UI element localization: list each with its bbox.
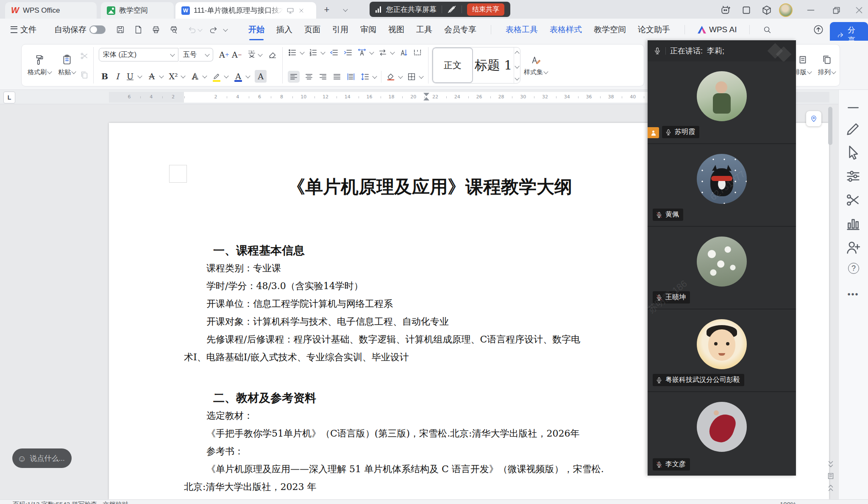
highlight-color-button[interactable]: [211, 70, 223, 83]
ai-assistant-icon[interactable]: [721, 5, 732, 16]
participant-tile[interactable]: 王赜坤: [648, 227, 796, 309]
undo-chevron-icon[interactable]: [198, 27, 202, 31]
minimize-window-icon[interactable]: [805, 5, 816, 16]
invite-person-icon[interactable]: [845, 239, 862, 256]
autosave-control[interactable]: 自动保存: [54, 24, 106, 35]
export-pdf-icon[interactable]: [134, 25, 143, 34]
ribbon-tab-home[interactable]: 开始: [247, 19, 266, 41]
style-set-button[interactable]: 样式集: [520, 45, 551, 86]
ribbon-tab-tools[interactable]: 工具: [415, 19, 434, 41]
tab-list-chevron[interactable]: [338, 3, 351, 16]
style-normal[interactable]: 正文: [432, 47, 473, 83]
increase-font-button[interactable]: A+: [218, 48, 230, 61]
end-share-button[interactable]: 结束共享: [467, 3, 504, 16]
previous-page-icon[interactable]: [826, 459, 836, 469]
ribbon-tab-paper-assistant[interactable]: 论文助手: [636, 19, 672, 41]
user-avatar[interactable]: [779, 3, 793, 17]
superscript-button[interactable]: X²: [167, 70, 179, 83]
participant-tile[interactable]: 粤嵌科技武汉分公司彭毅: [648, 309, 796, 392]
increase-indent-icon[interactable]: [343, 48, 353, 57]
chat-input-pill[interactable]: ☺ 说点什么...: [12, 448, 72, 468]
help-icon[interactable]: ?: [848, 263, 859, 274]
font-name-select[interactable]: 宋体 (正文): [99, 48, 178, 61]
text-effects-button[interactable]: A: [189, 70, 201, 83]
strikethrough-button[interactable]: A: [146, 70, 158, 83]
print-preview-icon[interactable]: [169, 25, 178, 34]
location-pin-button[interactable]: [806, 111, 821, 126]
redo-icon[interactable]: [209, 25, 218, 34]
hanging-indent-marker[interactable]: [423, 97, 429, 100]
pinyin-guide-icon[interactable]: [247, 50, 256, 59]
participant-tile[interactable]: 黄佩: [648, 144, 796, 227]
shading-bucket-icon[interactable]: [386, 72, 395, 81]
ribbon-tab-review[interactable]: 审阅: [359, 19, 378, 41]
workspace-square-icon[interactable]: [741, 5, 752, 16]
close-window-icon[interactable]: [854, 5, 865, 16]
restore-window-icon[interactable]: [831, 5, 842, 16]
paragraph-layout-icon[interactable]: [413, 48, 422, 57]
status-zoom-level[interactable]: 100%: [780, 501, 796, 504]
copy-icon[interactable]: [80, 70, 89, 80]
wps-ai-button[interactable]: WPS AI: [698, 25, 737, 34]
screenshot-icon[interactable]: [845, 192, 862, 209]
clear-format-eraser-icon[interactable]: [268, 50, 277, 59]
italic-button[interactable]: I: [111, 70, 123, 83]
borders-icon[interactable]: [407, 72, 416, 81]
char-shading-button[interactable]: A: [255, 70, 267, 83]
vertical-scrollbar-thumb[interactable]: [828, 107, 832, 145]
page-select-icon[interactable]: [826, 471, 836, 481]
tab-stop-selector[interactable]: L: [3, 92, 15, 103]
annotate-disabled-icon[interactable]: [447, 5, 456, 14]
character-scale-icon[interactable]: [357, 48, 367, 57]
ribbon-tab-page[interactable]: 页面: [303, 19, 322, 41]
numbered-list-icon[interactable]: [309, 48, 318, 57]
save-icon[interactable]: [116, 25, 125, 34]
apps-cube-icon[interactable]: [761, 5, 772, 16]
cut-icon[interactable]: [80, 51, 89, 61]
decrease-indent-icon[interactable]: [329, 48, 339, 57]
chart-icon[interactable]: [845, 215, 862, 232]
align-justify-icon[interactable]: [332, 72, 342, 81]
tab-wps-office[interactable]: W WPS Office: [5, 2, 97, 19]
distribute-icon[interactable]: [346, 72, 356, 81]
undo-icon[interactable]: [188, 25, 197, 34]
font-size-select[interactable]: 五号: [179, 48, 213, 61]
align-center-icon[interactable]: [304, 72, 314, 81]
settings-sliders-icon[interactable]: [845, 168, 862, 185]
tab-document-active[interactable]: W 111-单片微机原理与接口技术: [175, 2, 316, 19]
annotate-pen-icon[interactable]: [845, 120, 862, 137]
bullet-list-icon[interactable]: [288, 48, 297, 57]
ribbon-tab-teaching-space[interactable]: 教学空间: [592, 19, 628, 41]
new-tab-button[interactable]: +: [320, 3, 333, 16]
ribbon-tab-insert[interactable]: 插入: [275, 19, 294, 41]
participant-tile[interactable]: 苏明霞: [648, 61, 796, 144]
ribbon-tab-view[interactable]: 视图: [387, 19, 406, 41]
paste-button[interactable]: 粘贴: [55, 45, 79, 86]
font-color-button[interactable]: A: [232, 70, 244, 83]
next-page-icon[interactable]: [826, 483, 836, 493]
more-options-icon[interactable]: •••: [845, 286, 862, 303]
ribbon-tab-table-tool[interactable]: 表格工具: [504, 19, 540, 41]
file-menu[interactable]: 文件: [11, 24, 36, 35]
underline-button[interactable]: U: [124, 70, 136, 83]
style-gallery-scroll[interactable]: [514, 47, 520, 83]
collapse-sidebar-icon[interactable]: [845, 99, 862, 116]
format-painter-button[interactable]: 格式刷: [24, 45, 55, 86]
bold-button[interactable]: B: [99, 70, 111, 83]
redo-chevron-icon[interactable]: [223, 27, 228, 31]
participant-tile[interactable]: 李文彦: [648, 392, 796, 476]
text-direction-icon[interactable]: [378, 48, 387, 57]
autosave-toggle[interactable]: [89, 25, 106, 34]
sort-icon[interactable]: [399, 48, 408, 57]
arrange-button[interactable]: 排列: [815, 45, 839, 86]
ribbon-tab-reference[interactable]: 引用: [331, 19, 350, 41]
close-tab-icon[interactable]: [298, 7, 305, 14]
ribbon-tab-table-style[interactable]: 表格样式: [548, 19, 584, 41]
cloud-upload-icon[interactable]: [813, 24, 824, 35]
select-cursor-icon[interactable]: [845, 144, 862, 161]
first-line-indent-marker[interactable]: [423, 93, 429, 96]
style-heading1[interactable]: 标题 1: [473, 47, 514, 83]
line-spacing-icon[interactable]: [360, 72, 370, 81]
tab-teaching-space[interactable]: 教学空间: [101, 2, 174, 19]
ribbon-tab-member[interactable]: 会员专享: [442, 19, 478, 41]
